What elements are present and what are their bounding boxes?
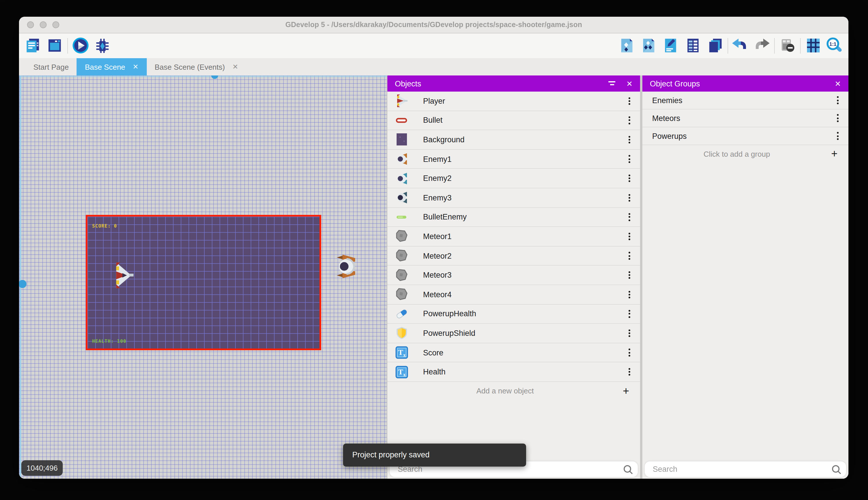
enemy1-ship-icon: [395, 152, 409, 166]
preview-play-icon[interactable]: [72, 37, 89, 54]
app-window: GDevelop 5 - /Users/dkarakay/Documents/G…: [19, 17, 848, 479]
player-ship-sprite[interactable]: [115, 262, 133, 289]
bullet-icon: [395, 113, 409, 127]
object-list-item[interactable]: PowerupShield: [387, 324, 640, 343]
object-label: Score: [423, 348, 622, 357]
groups-panel-title: Object Groups: [650, 79, 835, 88]
project-manager-icon[interactable]: [24, 37, 42, 54]
svg-text:x: x: [403, 372, 406, 377]
kebab-menu-icon[interactable]: [622, 97, 636, 105]
tab-base-scene-events[interactable]: Base Scene (Events) ✕: [146, 58, 246, 76]
tab-bar: Start Page Base Scene ✕ Base Scene (Even…: [19, 58, 848, 76]
close-panel-icon[interactable]: ✕: [835, 80, 841, 87]
horizontal-scroll-thumb[interactable]: [211, 76, 218, 79]
window-title: GDevelop 5 - /Users/dkarakay/Documents/G…: [19, 17, 848, 33]
render-mask-icon[interactable]: [779, 37, 796, 54]
svg-text:1:1: 1:1: [830, 42, 837, 47]
object-list-item[interactable]: Tx Score: [387, 343, 640, 362]
layers-icon[interactable]: [707, 37, 724, 54]
object-list-item[interactable]: Enemy2: [387, 169, 640, 189]
object-list-item[interactable]: Enemy3: [387, 189, 640, 208]
scene-canvas[interactable]: SCORE: 0 HEALTH: 100 1040;496: [19, 76, 387, 479]
object-list-item[interactable]: Tx Health: [387, 363, 640, 382]
close-panel-icon[interactable]: ✕: [626, 80, 633, 87]
tab-base-scene[interactable]: Base Scene ✕: [77, 58, 146, 76]
add-object-label: Add a new object: [387, 387, 623, 396]
title-bar: GDevelop 5 - /Users/dkarakay/Documents/G…: [19, 17, 848, 33]
vertical-scrollbar[interactable]: [20, 76, 21, 479]
kebab-menu-icon[interactable]: [831, 96, 844, 104]
add-object-button[interactable]: Add a new object +: [387, 382, 640, 400]
object-label: Enemy2: [423, 174, 622, 183]
group-list-item[interactable]: Enemies: [642, 92, 848, 110]
object-list-item[interactable]: Player: [387, 92, 640, 111]
vertical-scroll-thumb[interactable]: [19, 280, 26, 288]
object-list-item[interactable]: BulletEnemy: [387, 208, 640, 227]
object-label: BulletEnemy: [423, 213, 622, 221]
object-label: Background: [423, 135, 622, 144]
kebab-menu-icon[interactable]: [622, 194, 636, 202]
object-list-item[interactable]: PowerupHealth: [387, 305, 640, 324]
zoom-1to1-icon[interactable]: 1:1: [825, 37, 843, 54]
object-list-item[interactable]: Enemy1: [387, 150, 640, 169]
group-list-item[interactable]: Meteors: [642, 110, 848, 127]
tab-start-page[interactable]: Start Page: [25, 58, 77, 76]
object-list-item[interactable]: Meteor2: [387, 247, 640, 266]
object-list-item[interactable]: Meteor4: [387, 285, 640, 305]
grid-icon[interactable]: [805, 37, 822, 54]
kebab-menu-icon[interactable]: [622, 349, 636, 356]
objects-panel-header: Objects ✕: [387, 76, 640, 92]
kebab-menu-icon[interactable]: [622, 310, 636, 318]
instances-list-icon[interactable]: [684, 37, 702, 54]
background-icon: [395, 133, 409, 147]
group-label: Enemies: [652, 96, 831, 104]
object-list-item[interactable]: Bullet: [387, 111, 640, 130]
kebab-menu-icon[interactable]: [622, 136, 636, 144]
object-label: Enemy1: [423, 155, 622, 163]
add-group-button[interactable]: Click to add a group +: [642, 145, 848, 162]
redo-icon[interactable]: [753, 37, 771, 54]
close-tab-icon[interactable]: ✕: [133, 64, 138, 70]
kebab-menu-icon[interactable]: [622, 174, 636, 182]
kebab-menu-icon[interactable]: [622, 329, 636, 337]
meteor-icon: [395, 249, 409, 263]
kebab-menu-icon[interactable]: [622, 213, 636, 221]
kebab-menu-icon[interactable]: [622, 368, 636, 376]
properties-icon[interactable]: [662, 37, 679, 54]
toolbar: 1:1: [19, 33, 848, 58]
debug-icon[interactable]: [94, 37, 111, 54]
scene-window-icon[interactable]: [46, 37, 63, 54]
tab-label: Start Page: [33, 62, 69, 71]
groups-search-input[interactable]: [645, 465, 829, 474]
object-label: Meteor1: [423, 232, 622, 241]
kebab-menu-icon[interactable]: [622, 116, 636, 124]
health-pill-icon: [395, 307, 409, 321]
kebab-menu-icon[interactable]: [622, 271, 636, 279]
horizontal-scrollbar[interactable]: [19, 76, 387, 77]
kebab-menu-icon[interactable]: [622, 291, 636, 298]
filter-icon[interactable]: [607, 80, 617, 87]
object-list-item[interactable]: Meteor3: [387, 266, 640, 285]
object-groups-icon[interactable]: [640, 37, 657, 54]
panel-divider[interactable]: [640, 76, 642, 479]
scene-window-bounds[interactable]: SCORE: 0 HEALTH: 100: [86, 215, 321, 350]
groups-panel-header: Object Groups ✕: [642, 76, 848, 92]
enemy2-ship-icon: [395, 171, 409, 185]
object-label: Player: [423, 97, 622, 105]
enemy-ship-sprite[interactable]: [337, 254, 359, 279]
kebab-menu-icon[interactable]: [622, 233, 636, 240]
objects-editor-icon[interactable]: [618, 37, 635, 54]
objects-panel-title: Objects: [395, 79, 607, 88]
group-list-item[interactable]: Powerups: [642, 127, 848, 145]
text-object-icon: Tx: [395, 345, 409, 360]
close-tab-icon[interactable]: ✕: [232, 64, 238, 70]
tab-label: Base Scene (Events): [154, 62, 225, 71]
undo-icon[interactable]: [731, 37, 748, 54]
kebab-menu-icon[interactable]: [622, 252, 636, 260]
kebab-menu-icon[interactable]: [831, 132, 844, 140]
object-list-item[interactable]: Background: [387, 130, 640, 149]
kebab-menu-icon[interactable]: [622, 155, 636, 163]
object-list-item[interactable]: Meteor1: [387, 227, 640, 246]
cursor-coordinates: 1040;496: [21, 460, 63, 476]
kebab-menu-icon[interactable]: [831, 114, 844, 122]
